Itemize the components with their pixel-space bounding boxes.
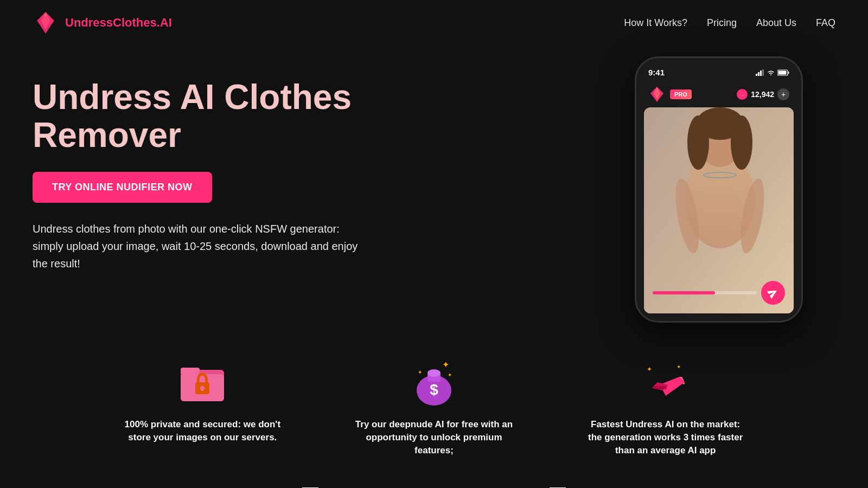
bottom-preview-section	[0, 478, 868, 488]
features-section: 100% private and secured: we don't store…	[54, 333, 814, 478]
cta-button[interactable]: TRY ONLINE NUDIFIER NOW	[33, 172, 212, 203]
main-nav: How It Works? Pricing About Us FAQ	[624, 17, 835, 29]
svg-rect-8	[778, 70, 787, 74]
hero-description: Undress clothes from photo with our one-…	[33, 220, 369, 272]
speed-icon: ✦ ✦ ✦	[641, 358, 690, 407]
svg-text:$: $	[430, 381, 438, 398]
svg-text:✦: ✦	[442, 360, 449, 369]
svg-text:✦: ✦	[448, 372, 452, 378]
svg-rect-24	[181, 368, 200, 374]
privacy-icon-wrap	[175, 355, 229, 409]
coin-area: - 12,942 +	[737, 88, 789, 100]
feature-free-text: Try our deepnude AI for free with an opp…	[353, 418, 515, 457]
phone-logo-chip: PRO	[648, 86, 692, 103]
header: UndressClothes.AI How It Works? Pricing …	[0, 0, 868, 46]
signal-icon	[756, 69, 764, 76]
nav-faq[interactable]: FAQ	[816, 17, 835, 29]
phone-app-logo	[648, 86, 666, 103]
svg-point-34	[427, 369, 441, 377]
send-icon	[765, 285, 780, 300]
money-icon: ✦ ✦ ✦ $	[410, 358, 458, 407]
phone-status-icons	[756, 69, 789, 76]
feature-privacy-text: 100% private and secured: we don't store…	[121, 418, 284, 444]
phone-time: 9:41	[648, 68, 665, 77]
hero-section: Undress AI Clothes Remover TRY ONLINE NU…	[0, 46, 868, 333]
svg-point-19	[731, 115, 752, 170]
phone-image-area	[644, 107, 794, 313]
logo-accent: AI	[160, 16, 172, 29]
svg-text:✦: ✦	[418, 369, 422, 375]
feature-fast-text: Fastest Undress AI on the market: the ge…	[584, 418, 747, 457]
coin-icon: -	[737, 89, 748, 100]
svg-rect-6	[762, 69, 764, 76]
nav-pricing[interactable]: Pricing	[707, 17, 737, 29]
feature-free: ✦ ✦ ✦ $ Try our deepnude AI for free wit…	[353, 355, 515, 457]
phone-app-bar: PRO - 12,942 +	[644, 81, 794, 107]
nav-about-us[interactable]: About Us	[756, 17, 796, 29]
add-coins-button[interactable]: +	[777, 88, 789, 100]
svg-point-18	[687, 115, 709, 170]
phone-status-bar: 9:41	[644, 66, 794, 81]
logo-main: UndressClothes.	[65, 16, 160, 29]
svg-rect-5	[760, 70, 762, 76]
logo-link[interactable]: UndressClothes.AI	[33, 10, 172, 36]
progress-bar-fill	[653, 291, 715, 294]
fast-icon-wrap: ✦ ✦ ✦	[639, 355, 693, 409]
svg-text:✦: ✦	[647, 365, 652, 373]
pro-badge: PRO	[670, 89, 692, 99]
hero-content: Undress AI Clothes Remover TRY ONLINE NU…	[33, 67, 401, 272]
svg-rect-28	[201, 388, 203, 391]
nav-how-it-works[interactable]: How It Works?	[624, 17, 687, 29]
svg-text:✦: ✦	[676, 364, 681, 370]
svg-rect-42	[653, 386, 667, 389]
svg-marker-2	[39, 16, 52, 30]
send-button[interactable]	[757, 277, 789, 309]
feature-fast: ✦ ✦ ✦ Fastest Undress AI on the market: …	[584, 355, 747, 457]
free-icon-wrap: ✦ ✦ ✦ $	[407, 355, 461, 409]
phone-mockup: 9:41	[635, 56, 803, 323]
coin-count: 12,942	[751, 90, 774, 99]
feature-privacy: 100% private and secured: we don't store…	[121, 355, 284, 457]
phone-progress-area	[653, 281, 785, 305]
logo-text: UndressClothes.AI	[65, 16, 172, 30]
hero-title: Undress AI Clothes Remover	[33, 78, 401, 155]
svg-rect-3	[756, 74, 757, 76]
progress-bar-background	[653, 291, 757, 294]
logo-icon	[33, 10, 59, 36]
svg-rect-9	[788, 72, 789, 74]
battery-icon	[777, 69, 789, 76]
svg-rect-4	[758, 72, 760, 76]
svg-text:-: -	[742, 93, 743, 98]
lock-icon	[178, 358, 227, 407]
wifi-icon	[767, 69, 775, 76]
